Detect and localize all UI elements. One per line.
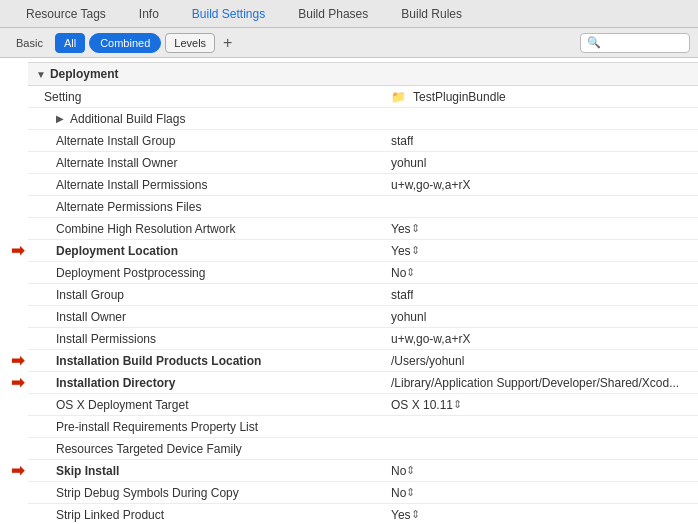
setting-label-text: Skip Install [56,464,119,478]
setting-label-header-text: Setting [44,90,81,104]
setting-label: Install Group [28,288,383,302]
setting-label: OS X Deployment Target [28,398,383,412]
stepper-icon[interactable]: ⇕ [406,464,415,477]
arrow-icon: ➡ [11,373,24,392]
search-box: 🔍 [580,33,690,53]
section-collapse-icon: ▼ [36,69,46,80]
setting-value: OS X 10.11 ⇕ [383,398,698,412]
levels-filter-button[interactable]: Levels [165,33,215,53]
setting-label-text: Resources Targeted Device Family [56,442,242,456]
setting-value: staff [383,134,698,148]
table-row[interactable]: Alternate Install Owneryohunl [28,152,698,174]
setting-value-text: u+w,go-w,a+rX [391,332,470,346]
tab-bar: Resource Tags Info Build Settings Build … [0,0,698,28]
combined-filter-button[interactable]: Combined [89,33,161,53]
folder-icon: 📁 [391,90,406,104]
section-title: Deployment [50,67,119,81]
setting-label: Strip Debug Symbols During Copy [28,486,383,500]
setting-label-text: Deployment Postprocessing [56,266,205,280]
setting-label-text: Alternate Install Owner [56,156,177,170]
setting-label: Installation Directory [28,376,383,390]
table-row[interactable]: Install Groupstaff [28,284,698,306]
setting-value-text: No [391,486,406,500]
setting-value: No ⇕ [383,266,698,280]
setting-label-text: Alternate Install Permissions [56,178,207,192]
table-row[interactable]: Alternate Permissions Files [28,196,698,218]
setting-value: No ⇕ [383,464,698,478]
setting-label: Installation Build Products Location [28,354,383,368]
setting-value-text: No [391,266,406,280]
stepper-icon[interactable]: ⇕ [406,486,415,499]
setting-label: Deployment Postprocessing [28,266,383,280]
table-row[interactable]: Deployment PostprocessingNo ⇕ [28,262,698,284]
setting-value: staff [383,288,698,302]
table-row[interactable]: OS X Deployment TargetOS X 10.11 ⇕ [28,394,698,416]
setting-label-text: Additional Build Flags [70,112,185,126]
add-setting-button[interactable]: + [219,35,236,51]
setting-value-text: OS X 10.11 [391,398,453,412]
arrow-icon: ➡ [11,351,24,370]
setting-value-text: /Users/yohunl [391,354,464,368]
setting-value-text: Yes [391,508,411,522]
setting-value-text: Yes [391,222,411,236]
arrow-indicator: ➡ [0,241,28,260]
table-row[interactable]: Install Owneryohunl [28,306,698,328]
setting-label: ▶Additional Build Flags [28,112,383,126]
table-row[interactable]: Alternate Install Permissionsu+w,go-w,a+… [28,174,698,196]
setting-value: yohunl [383,310,698,324]
tab-resource-tags[interactable]: Resource Tags [10,0,123,28]
tab-build-rules[interactable]: Build Rules [385,0,479,28]
deployment-section-header[interactable]: ▼ Deployment [28,62,698,86]
toolbar: Basic All Combined Levels + 🔍 [0,28,698,58]
setting-col-header: Setting [28,90,383,104]
table-row[interactable]: ➡Deployment LocationYes ⇕ [28,240,698,262]
setting-label-text: Combine High Resolution Artwork [56,222,235,236]
arrow-icon: ➡ [11,461,24,480]
setting-label-text: Installation Build Products Location [56,354,261,368]
tab-info[interactable]: Info [123,0,176,28]
table-row[interactable]: Strip Linked ProductYes ⇕ [28,504,698,524]
setting-label: Alternate Install Group [28,134,383,148]
table-row[interactable]: ➡Installation Build Products Location/Us… [28,350,698,372]
content-area: ▼ Deployment Setting 📁 TestPluginBundle … [0,58,698,524]
table-row[interactable]: Combine High Resolution ArtworkYes ⇕ [28,218,698,240]
table-row[interactable]: ➡Skip InstallNo ⇕ [28,460,698,482]
table-row[interactable]: Alternate Install Groupstaff [28,130,698,152]
table-row[interactable]: ▶Additional Build Flags [28,108,698,130]
stepper-icon[interactable]: ⇕ [411,244,420,257]
arrow-indicator: ➡ [0,461,28,480]
setting-label: Strip Linked Product [28,508,383,522]
setting-label-text: Installation Directory [56,376,175,390]
setting-label: Skip Install [28,464,383,478]
setting-label-text: Strip Linked Product [56,508,164,522]
basic-filter-button[interactable]: Basic [8,33,51,53]
stepper-icon[interactable]: ⇕ [406,266,415,279]
setting-label-text: Install Group [56,288,124,302]
tab-build-phases[interactable]: Build Phases [282,0,385,28]
setting-label: Alternate Permissions Files [28,200,383,214]
table-row[interactable]: ➡Installation Directory/Library/Applicat… [28,372,698,394]
setting-value-text: staff [391,288,413,302]
header-row: Setting 📁 TestPluginBundle [28,86,698,108]
tab-build-settings[interactable]: Build Settings [176,0,282,28]
setting-value-text: yohunl [391,310,426,324]
search-icon: 🔍 [587,36,601,49]
setting-value: Yes ⇕ [383,222,698,236]
table-row[interactable]: Install Permissionsu+w,go-w,a+rX [28,328,698,350]
content-inner: ▼ Deployment Setting 📁 TestPluginBundle … [0,62,698,524]
setting-value: Yes ⇕ [383,508,698,522]
table-row[interactable]: Strip Debug Symbols During CopyNo ⇕ [28,482,698,504]
table-row[interactable]: Resources Targeted Device Family [28,438,698,460]
stepper-icon[interactable]: ⇕ [453,398,462,411]
all-filter-button[interactable]: All [55,33,85,53]
expand-icon: ▶ [56,113,64,124]
arrow-icon: ➡ [11,241,24,260]
setting-label-text: Install Owner [56,310,126,324]
setting-label-text: Install Permissions [56,332,156,346]
stepper-icon[interactable]: ⇕ [411,222,420,235]
setting-label: Combine High Resolution Artwork [28,222,383,236]
table-row[interactable]: Pre-install Requirements Property List [28,416,698,438]
search-input[interactable] [603,37,683,49]
stepper-icon[interactable]: ⇕ [411,508,420,521]
arrow-indicator: ➡ [0,351,28,370]
